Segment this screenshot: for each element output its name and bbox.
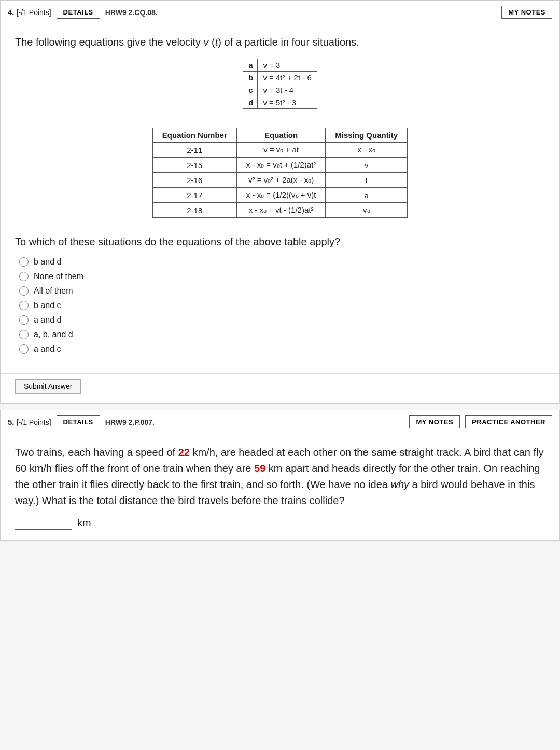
q5-answer-input[interactable] [15, 516, 72, 530]
kin-eq: x - x₀ = (1/2)(v₀ + v)t [236, 188, 326, 203]
radio-input-3[interactable] [19, 301, 29, 310]
small-table-letter: b [243, 72, 258, 84]
kin-eq: v = v₀ + at [236, 143, 326, 158]
q4-radio-group: b and dNone of themAll of themb and ca a… [19, 257, 545, 354]
q5-practice-button[interactable]: PRACTICE ANOTHER [465, 415, 552, 428]
small-table-row: cv = 3t - 4 [243, 84, 317, 96]
radio-option[interactable]: All of them [19, 286, 545, 296]
question-5-number: 5. [-/1 Points] [8, 418, 51, 426]
kin-missing: x - x₀ [326, 143, 408, 158]
question-4-number: 4. [-/1 Points] [8, 8, 51, 17]
small-table-eq: v = 5t² - 3 [258, 96, 317, 109]
small-table-letter: d [243, 96, 258, 109]
small-table-letter: a [243, 59, 258, 72]
question-4-body: The following equations give the velocit… [1, 24, 559, 373]
kin-eq: x - x₀ = v₀t + (1/2)at² [236, 158, 326, 173]
q4-tables-wrapper: av = 3bv = 4t² + 2t - 6cv = 3t - 4dv = 5… [15, 59, 545, 229]
radio-option[interactable]: None of them [19, 272, 545, 281]
q5-mynotes-button[interactable]: MY NOTES [409, 415, 460, 428]
kin-eq-num: 2-16 [152, 173, 236, 188]
radio-input-5[interactable] [19, 330, 29, 339]
kinematics-table-row: 2-15x - x₀ = v₀t + (1/2)at²v [152, 158, 407, 173]
radio-input-0[interactable] [19, 257, 29, 267]
radio-option[interactable]: b and c [19, 301, 545, 310]
radio-option[interactable]: a and d [19, 315, 545, 325]
q5-text: Two trains, each having a speed of 22 km… [15, 445, 545, 509]
radio-label-0: b and d [34, 257, 61, 267]
q5-unit: km [77, 517, 91, 529]
q4-small-table: av = 3bv = 4t² + 2t - 6cv = 3t - 4dv = 5… [243, 59, 317, 109]
kin-missing: a [326, 188, 408, 203]
kin-eq-num: 2-18 [152, 203, 236, 218]
question-5-body: Two trains, each having a speed of 22 km… [1, 434, 559, 540]
question-5-header: 5. [-/1 Points] DETAILS HRW9 2.P.007. MY… [1, 410, 559, 434]
radio-option[interactable]: a, b, and d [19, 330, 545, 339]
radio-label-4: a and d [34, 315, 61, 325]
kin-missing: v₀ [326, 203, 408, 218]
question-4-header: 4. [-/1 Points] DETAILS HRW9 2.CQ.08. MY… [1, 1, 559, 24]
kinematics-table-row: 2-16v² = v₀² + 2a(x - x₀)t [152, 173, 407, 188]
q5-code: HRW9 2.P.007. [105, 418, 155, 426]
small-table-letter: c [243, 84, 258, 96]
radio-option[interactable]: a and c [19, 344, 545, 354]
kinematics-table-row: 2-17x - x₀ = (1/2)(v₀ + v)ta [152, 188, 407, 203]
kin-eq-num: 2-11 [152, 143, 236, 158]
q4-code: HRW9 2.CQ.08. [105, 8, 158, 17]
q5-details-button[interactable]: DETAILS [57, 415, 100, 428]
small-table-row: dv = 5t² - 3 [243, 96, 317, 109]
small-table-eq: v = 3t - 4 [258, 84, 317, 96]
radio-option[interactable]: b and d [19, 257, 545, 267]
small-table-eq: v = 3 [258, 59, 317, 72]
kin-eq-num: 2-17 [152, 188, 236, 203]
q5-speed: 22 [178, 447, 190, 458]
q4-submit-area: Submit Answer [1, 373, 559, 403]
small-table-row: av = 3 [243, 59, 317, 72]
radio-input-4[interactable] [19, 315, 29, 325]
radio-input-2[interactable] [19, 286, 29, 296]
kin-eq: v² = v₀² + 2a(x - x₀) [236, 173, 326, 188]
small-table-row: bv = 4t² + 2t - 6 [243, 72, 317, 84]
col-header-eq: Equation [236, 128, 326, 143]
radio-label-1: None of them [34, 272, 83, 281]
col-header-eq-num: Equation Number [152, 128, 236, 143]
small-table-eq: v = 4t² + 2t - 6 [258, 72, 317, 84]
kin-eq: x - x₀ = vt - (1/2)at² [236, 203, 326, 218]
q4-submit-button[interactable]: Submit Answer [15, 379, 81, 394]
radio-label-6: a and c [34, 344, 61, 354]
radio-label-2: All of them [34, 286, 73, 296]
kin-missing: v [326, 158, 408, 173]
q5-text-part1: Two trains, each having a speed of [15, 447, 178, 458]
radio-input-1[interactable] [19, 272, 29, 281]
q4-details-button[interactable]: DETAILS [57, 6, 100, 19]
q4-sub-question: To which of these situations do the equa… [15, 234, 545, 249]
q5-distance: 59 [254, 463, 265, 474]
q4-intro-text: The following equations give the velocit… [15, 35, 545, 49]
q5-answer-row: km [15, 516, 545, 530]
col-header-missing: Missing Quantity [326, 128, 408, 143]
kin-missing: t [326, 173, 408, 188]
q4-mynotes-button[interactable]: MY NOTES [501, 6, 552, 19]
radio-label-3: b and c [34, 301, 61, 310]
radio-input-6[interactable] [19, 344, 29, 354]
kinematics-table-row: 2-11v = v₀ + atx - x₀ [152, 143, 407, 158]
question-5-block: 5. [-/1 Points] DETAILS HRW9 2.P.007. MY… [0, 410, 560, 541]
kinematics-table-row: 2-18x - x₀ = vt - (1/2)at²v₀ [152, 203, 407, 218]
radio-label-5: a, b, and d [34, 330, 73, 339]
question-4-block: 4. [-/1 Points] DETAILS HRW9 2.CQ.08. MY… [0, 0, 560, 404]
q4-kinematics-table: Equation Number Equation Missing Quantit… [152, 128, 408, 218]
kin-eq-num: 2-15 [152, 158, 236, 173]
